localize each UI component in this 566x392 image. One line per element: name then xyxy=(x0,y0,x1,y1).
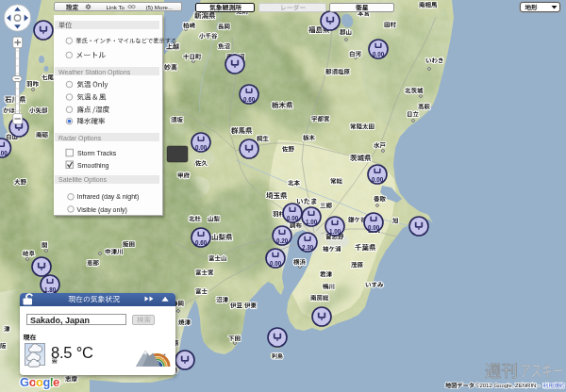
svg-text:Visible (day only): Visible (day only) xyxy=(77,206,127,214)
svg-text:Link To: Link To xyxy=(107,4,125,10)
svg-text:Smoothing: Smoothing xyxy=(77,162,109,170)
svg-text:Storm Tracks: Storm Tracks xyxy=(77,150,117,156)
svg-text:©2012 Google, ZENRIN -: ©2012 Google, ZENRIN - xyxy=(475,383,540,388)
svg-text:Satellite Options: Satellite Options xyxy=(58,176,107,184)
svg-text:Weather Station Options: Weather Station Options xyxy=(58,69,131,76)
svg-text:Radar Options: Radar Options xyxy=(58,135,102,142)
svg-text:(5) More...: (5) More... xyxy=(146,4,174,10)
svg-text:Infrared (day & night): Infrared (day & night) xyxy=(77,193,140,201)
